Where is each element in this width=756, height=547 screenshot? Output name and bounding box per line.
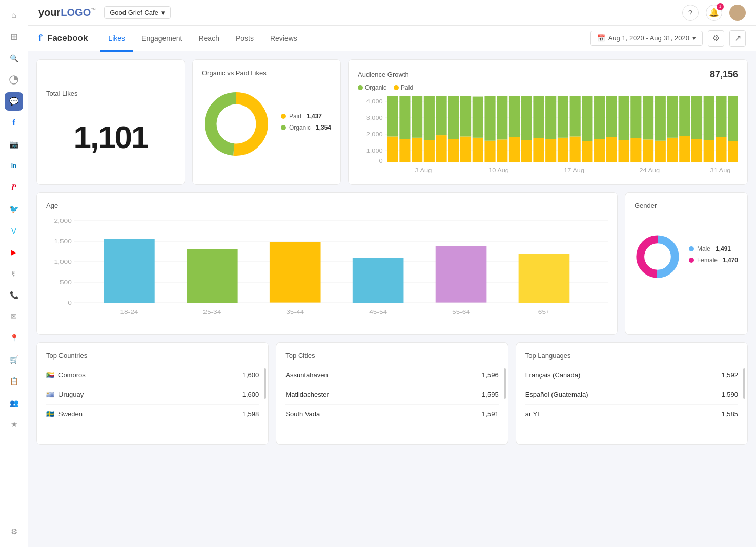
svg-text:55-64: 55-64 bbox=[452, 309, 470, 315]
sidebar-item-twitter[interactable]: 🐦 bbox=[5, 200, 23, 218]
svg-rect-25 bbox=[460, 136, 471, 162]
gender-card: Gender Male 1,491 bbox=[625, 192, 748, 335]
paid-legend-item: Paid bbox=[394, 84, 413, 91]
tab-posts[interactable]: Posts bbox=[228, 27, 262, 52]
sidebar-item-vimeo[interactable]: V bbox=[5, 221, 23, 240]
sidebar-item-instagram[interactable]: 📷 bbox=[5, 135, 23, 154]
svg-rect-66 bbox=[704, 96, 714, 140]
sidebar-item-social[interactable]: 💬 bbox=[5, 92, 23, 111]
age-card: Age 2,000 1,500 1,000 500 0 bbox=[36, 192, 618, 335]
svg-rect-30 bbox=[484, 96, 495, 141]
female-label: Female bbox=[697, 257, 718, 264]
tab-reviews[interactable]: Reviews bbox=[262, 27, 305, 52]
svg-rect-48 bbox=[594, 96, 605, 139]
country-name-2: 🇺🇾 Uruguay bbox=[46, 391, 84, 398]
cities-scrollbar[interactable] bbox=[504, 368, 506, 399]
countries-scrollbar[interactable] bbox=[264, 368, 266, 399]
total-likes-value: 1,101 bbox=[73, 119, 148, 155]
sidebar-item-analytics[interactable] bbox=[5, 71, 23, 89]
svg-rect-45 bbox=[582, 141, 592, 162]
svg-rect-17 bbox=[412, 138, 422, 162]
city-name-2: Matildachester bbox=[285, 391, 329, 398]
svg-rect-59 bbox=[667, 138, 678, 162]
table-row: Español (Guatemala) 1,590 bbox=[525, 385, 738, 405]
sidebar-item-facebook[interactable]: f bbox=[5, 114, 23, 132]
svg-text:18-24: 18-24 bbox=[120, 309, 138, 315]
top-languages-title: Top Languages bbox=[525, 352, 738, 360]
svg-rect-20 bbox=[424, 96, 435, 140]
tab-engagement[interactable]: Engagement bbox=[133, 27, 190, 52]
chart-legend: Organic Paid bbox=[358, 84, 738, 91]
flag-3: 🇸🇪 bbox=[46, 410, 54, 418]
table-row: ar YE 1,585 bbox=[525, 405, 738, 424]
languages-scrollbar[interactable] bbox=[743, 368, 745, 399]
content-area: Total Likes 1,101 Organic vs Paid Likes bbox=[28, 51, 756, 547]
svg-rect-44 bbox=[570, 96, 581, 136]
svg-text:1,500: 1,500 bbox=[54, 238, 72, 244]
donut-container: Paid 1,437 Organic 1,354 bbox=[202, 83, 331, 165]
sidebar-item-search[interactable]: 🔍 bbox=[5, 49, 23, 68]
svg-point-3 bbox=[217, 104, 255, 143]
sidebar-item-email[interactable]: ✉ bbox=[5, 307, 23, 326]
paid-legend-label: Paid bbox=[401, 84, 413, 91]
table-row: 🇰🇲 Comoros 1,600 bbox=[46, 366, 259, 385]
sidebar-item-star[interactable]: ★ bbox=[5, 415, 23, 433]
sidebar-item-pinterest[interactable]: 𝑷 bbox=[5, 178, 23, 197]
lang-value-1: 1,592 bbox=[721, 371, 738, 379]
tab-likes[interactable]: Likes bbox=[100, 27, 133, 52]
table-row: Assuntahaven 1,596 bbox=[285, 366, 498, 385]
svg-rect-47 bbox=[594, 139, 605, 162]
row-2: Age 2,000 1,500 1,000 500 0 bbox=[36, 192, 748, 335]
date-range-picker[interactable]: 📅 Aug 1, 2020 - Aug 31, 2020 ▾ bbox=[590, 31, 703, 46]
male-legend: Male 1,491 bbox=[689, 245, 738, 253]
svg-rect-49 bbox=[606, 137, 617, 162]
user-avatar[interactable] bbox=[729, 5, 746, 21]
svg-text:45-54: 45-54 bbox=[369, 309, 387, 315]
facebook-icon: 𝐟 bbox=[38, 32, 42, 44]
organic-paid-title: Organic vs Paid Likes bbox=[202, 69, 331, 77]
notification-button[interactable]: 🔔 1 bbox=[706, 5, 722, 21]
help-button[interactable]: ? bbox=[682, 5, 699, 21]
row-3: Top Countries 🇰🇲 Comoros 1,600 🇺🇾 Urugua… bbox=[36, 342, 748, 445]
share-button[interactable]: ↗ bbox=[729, 30, 746, 47]
svg-rect-19 bbox=[424, 140, 435, 162]
dropdown-arrow: ▾ bbox=[161, 9, 165, 16]
organic-value: 1,354 bbox=[316, 124, 331, 131]
svg-rect-24 bbox=[448, 96, 459, 139]
sidebar-item-users[interactable]: 👥 bbox=[5, 393, 23, 412]
city-value-1: 1,596 bbox=[482, 371, 499, 379]
sidebar-item-grid[interactable]: ⊞ bbox=[5, 28, 23, 46]
sidebar-item-podcast[interactable]: 🎙 bbox=[5, 264, 23, 283]
sidebar-item-phone[interactable]: 📞 bbox=[5, 286, 23, 304]
sidebar-item-settings[interactable]: ⚙ bbox=[5, 522, 23, 541]
svg-rect-54 bbox=[630, 96, 641, 138]
sidebar-item-youtube[interactable]: ▶ bbox=[5, 243, 23, 261]
svg-text:65+: 65+ bbox=[538, 309, 550, 315]
svg-rect-42 bbox=[558, 96, 568, 138]
svg-text:500: 500 bbox=[60, 279, 72, 285]
female-value: 1,470 bbox=[723, 257, 738, 264]
table-row: Matildachester 1,595 bbox=[285, 385, 498, 405]
svg-rect-40 bbox=[545, 96, 556, 139]
gender-donut-chart bbox=[635, 216, 681, 298]
svg-rect-70 bbox=[728, 96, 738, 141]
tab-reach[interactable]: Reach bbox=[190, 27, 227, 52]
audience-growth-title: Audience Growth bbox=[358, 71, 409, 78]
svg-text:2,000: 2,000 bbox=[54, 218, 72, 224]
filter-button[interactable]: ⚙ bbox=[708, 30, 724, 47]
sidebar-item-linkedin[interactable]: in bbox=[5, 157, 23, 175]
lang-value-3: 1,585 bbox=[721, 410, 738, 418]
svg-rect-58 bbox=[655, 96, 666, 141]
male-label: Male bbox=[697, 245, 710, 253]
svg-rect-31 bbox=[497, 139, 507, 162]
name-2: Uruguay bbox=[58, 391, 84, 398]
sidebar-item-home[interactable]: ⌂ bbox=[5, 6, 23, 25]
sidebar-item-cart[interactable]: 🛒 bbox=[5, 350, 23, 369]
svg-text:1,000: 1,000 bbox=[366, 148, 383, 153]
sidebar-item-location[interactable]: 📍 bbox=[5, 329, 23, 347]
svg-rect-13 bbox=[387, 136, 398, 162]
nav-left: 𝐟 Facebook Likes Engagement Reach Posts … bbox=[38, 26, 305, 51]
svg-text:1,000: 1,000 bbox=[54, 259, 72, 265]
sidebar-item-report[interactable]: 📋 bbox=[5, 372, 23, 390]
brand-selector[interactable]: Good Grief Cafe ▾ bbox=[104, 6, 171, 19]
